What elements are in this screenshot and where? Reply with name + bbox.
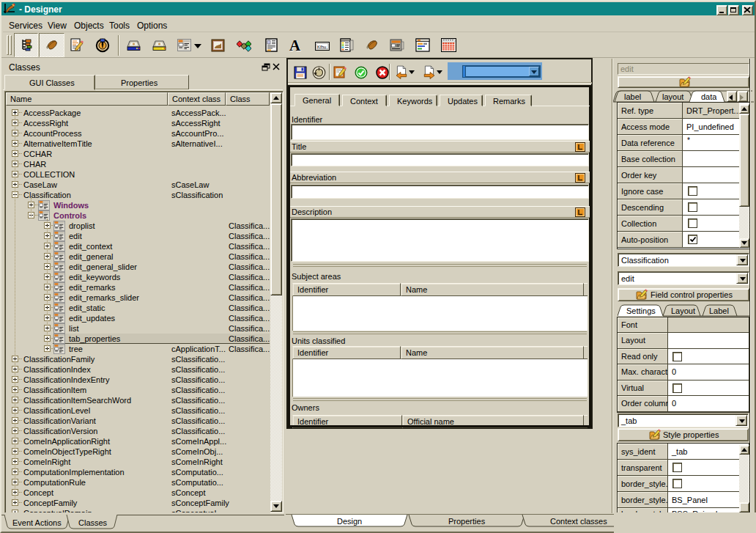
svg-text:Kfhu: Kfhu [317, 45, 326, 49]
